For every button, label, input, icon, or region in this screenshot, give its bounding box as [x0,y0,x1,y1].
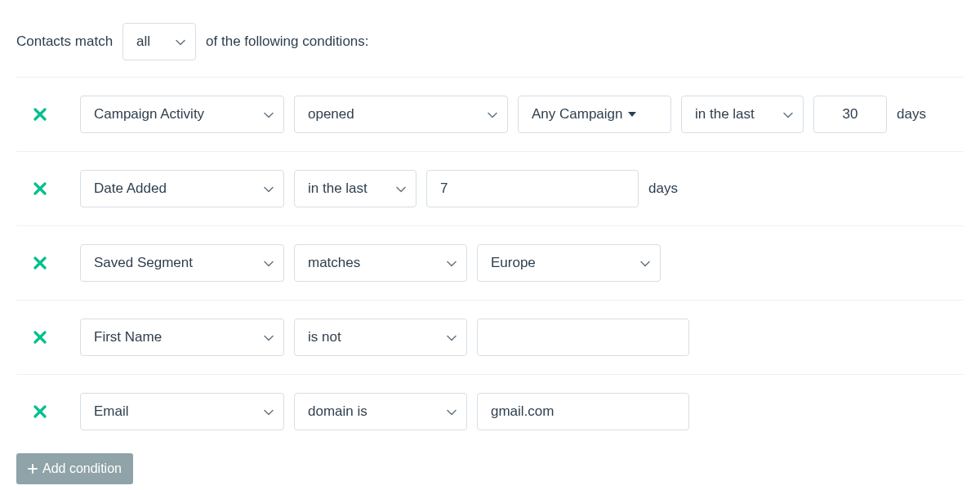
chevron-down-icon [447,403,457,420]
field-value: Email [94,403,129,420]
chevron-down-icon [396,180,406,197]
operator-select[interactable]: domain is [294,393,467,430]
range-value: in the last [308,180,368,197]
range-select[interactable]: in the last [294,170,416,207]
chevron-down-icon [264,180,274,197]
close-icon [33,182,47,195]
campaign-dropdown[interactable]: Any Campaign [518,96,671,133]
field-value: Saved Segment [94,255,193,271]
campaign-value: Any Campaign [532,106,623,122]
chevron-down-icon [447,255,457,271]
unit-label: days [897,106,926,122]
value-input[interactable]: 30 [813,96,887,133]
match-prefix: Contacts match [16,33,113,50]
operator-value: domain is [308,403,368,420]
unit-label: days [648,180,678,197]
close-icon [33,331,47,344]
caret-down-icon [628,112,636,117]
close-icon [33,108,47,121]
match-mode-value: all [136,33,150,50]
operator-value: is not [308,329,341,345]
remove-condition-button[interactable] [31,108,49,121]
condition-row: Date Added in the last 7 days [16,151,964,225]
add-condition-label: Add condition [42,461,122,476]
chevron-down-icon [640,255,650,271]
field-value: Date Added [94,180,167,197]
value-input[interactable]: 7 [426,170,639,207]
chevron-down-icon [783,106,793,122]
value-text: 30 [843,106,858,122]
operator-select[interactable]: opened [294,96,508,133]
match-suffix: of the following conditions: [206,33,368,50]
condition-row: Saved Segment matches Europe [16,225,964,300]
operator-value: opened [308,106,354,122]
condition-row: Campaign Activity opened Any Campaign in… [16,77,964,151]
value-text: gmail.com [491,403,554,420]
conditions-list: Campaign Activity opened Any Campaign in… [16,77,964,448]
chevron-down-icon [264,329,274,345]
field-value: First Name [94,329,162,345]
value-input[interactable] [477,318,689,356]
chevron-down-icon [264,403,274,420]
remove-condition-button[interactable] [31,331,49,344]
chevron-down-icon [264,255,274,271]
add-condition-button[interactable]: Add condition [16,453,133,484]
chevron-down-icon [488,106,497,122]
field-value: Campaign Activity [94,106,204,122]
match-header: Contacts match all of the following cond… [16,16,964,77]
plus-icon [28,464,38,474]
operator-select[interactable]: matches [294,244,467,282]
field-select[interactable]: First Name [80,318,284,356]
value-input[interactable]: gmail.com [477,393,689,430]
field-select[interactable]: Campaign Activity [80,96,284,133]
remove-condition-button[interactable] [31,405,49,418]
segment-select[interactable]: Europe [477,244,661,282]
condition-row: Email domain is gmail.com [16,374,964,448]
field-select[interactable]: Email [80,393,284,430]
range-select[interactable]: in the last [681,96,804,133]
condition-row: First Name is not [16,300,964,374]
chevron-down-icon [447,329,457,345]
operator-select[interactable]: is not [294,318,467,356]
field-select[interactable]: Saved Segment [80,244,284,282]
remove-condition-button[interactable] [31,182,49,195]
field-select[interactable]: Date Added [80,170,284,207]
range-value: in the last [695,106,755,122]
close-icon [33,405,47,418]
close-icon [33,256,47,270]
remove-condition-button[interactable] [31,256,49,270]
match-mode-select[interactable]: all [122,23,196,60]
value-text: 7 [440,180,448,197]
chevron-down-icon [176,33,185,50]
operator-value: matches [308,255,360,271]
chevron-down-icon [264,106,274,122]
segment-value: Europe [491,255,536,271]
